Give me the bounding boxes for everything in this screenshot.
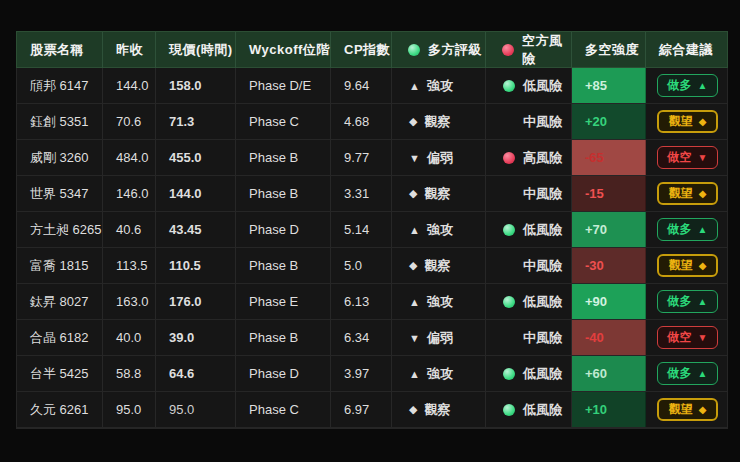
current-price-cell: 158.0 [156,68,236,103]
recommendation-button[interactable]: 觀望 ◆ [657,254,719,277]
prev-close-cell: 40.6 [103,212,156,247]
stock-name-cell: 久元 6261 [17,392,103,427]
header-bear-risk: 空方風險 [486,32,572,68]
rating-label: 強攻 [427,293,453,311]
bull-rating-cell: ▼ 偏弱 [392,320,486,355]
risk-label: 低風險 [523,221,562,239]
risk-label: 低風險 [523,293,562,311]
table-row[interactable]: 久元 6261 95.0 95.0 Phase C 6.97 ◆ 觀察 低風險 … [17,392,727,428]
risk-ball-icon [503,260,515,272]
header-stock-name: 股票名稱 [17,32,103,68]
rating-signal-icon: ▲ [409,296,420,308]
rating-label: 偏弱 [427,329,453,347]
bull-rating-cell: ▲ 強攻 [392,356,486,391]
rating-label: 觀察 [424,401,450,419]
cp-index-cell: 6.34 [331,320,392,355]
recommendation-button[interactable]: 觀望 ◆ [657,398,719,421]
current-price-cell: 64.6 [156,356,236,391]
rating-signal-icon: ▲ [409,224,420,236]
rating-signal-icon: ▲ [409,368,420,380]
wyckoff-phase-cell: Phase D [236,356,331,391]
recommendation-button[interactable]: 觀望 ◆ [657,182,719,205]
recommendation-label: 觀望 [669,113,693,130]
bull-rating-cell: ◆ 觀察 [392,176,486,211]
stock-name-cell: 威剛 3260 [17,140,103,175]
recommendation-signal-icon: ◆ [699,260,707,271]
recommendation-button[interactable]: 做空 ▼ [657,146,719,169]
recommendation-button[interactable]: 做多 ▲ [657,290,719,313]
recommendation-label: 觀望 [669,185,693,202]
strength-cell: -65 [572,140,646,175]
table-row[interactable]: 富喬 1815 113.5 110.5 Phase B 5.0 ◆ 觀察 中風險… [17,248,727,284]
bear-risk-cell: 中風險 [486,248,572,283]
wyckoff-phase-cell: Phase B [236,176,331,211]
current-price-cell: 176.0 [156,284,236,319]
recommendation-cell: 做空 ▼ [646,140,729,175]
risk-ball-icon [503,296,515,308]
stock-name-cell: 頎邦 6147 [17,68,103,103]
table-body: 頎邦 6147 144.0 158.0 Phase D/E 9.64 ▲ 強攻 … [16,68,728,429]
recommendation-signal-icon: ◆ [699,404,707,415]
rating-label: 觀察 [424,185,450,203]
strength-cell: +10 [572,392,646,427]
risk-label: 低風險 [523,401,562,419]
risk-ball-icon [503,80,515,92]
rating-signal-icon: ▼ [409,152,420,164]
header-strength: 多空強度 [572,32,646,68]
red-ball-icon [502,44,514,56]
header-bull-rating: 多方評級 [392,32,486,68]
table-row[interactable]: 世界 5347 146.0 144.0 Phase B 3.31 ◆ 觀察 中風… [17,176,727,212]
prev-close-cell: 146.0 [103,176,156,211]
bull-rating-cell: ▲ 強攻 [392,284,486,319]
recommendation-button[interactable]: 做空 ▼ [657,326,719,349]
bear-risk-cell: 低風險 [486,284,572,319]
risk-ball-icon [503,404,515,416]
recommendation-signal-icon: ◆ [699,188,707,199]
bull-rating-cell: ▼ 偏弱 [392,140,486,175]
bull-rating-cell: ▲ 強攻 [392,68,486,103]
wyckoff-phase-cell: Phase C [236,392,331,427]
table-row[interactable]: 台半 5425 58.8 64.6 Phase D 3.97 ▲ 強攻 低風險 … [17,356,727,392]
rating-label: 強攻 [427,365,453,383]
recommendation-button[interactable]: 做多 ▲ [657,218,719,241]
rating-signal-icon: ▲ [409,80,420,92]
current-price-cell: 71.3 [156,104,236,139]
recommendation-cell: 觀望 ◆ [646,392,729,427]
rating-label: 觀察 [424,257,450,275]
prev-close-cell: 95.0 [103,392,156,427]
recommendation-button[interactable]: 做多 ▲ [657,74,719,97]
recommendation-button[interactable]: 觀望 ◆ [657,110,719,133]
wyckoff-phase-cell: Phase B [236,140,331,175]
recommendation-cell: 做多 ▲ [646,212,729,247]
risk-label: 中風險 [523,329,562,347]
current-price-cell: 95.0 [156,392,236,427]
header-current-price: 現價(時間) [156,32,236,68]
stock-name-cell: 合晶 6182 [17,320,103,355]
bear-risk-cell: 低風險 [486,356,572,391]
prev-close-cell: 163.0 [103,284,156,319]
current-price-cell: 43.45 [156,212,236,247]
table-header: 股票名稱 昨收 現價(時間) Wyckoff位階 CP指數 多方評級 空方風險 … [16,31,728,68]
stock-name-cell: 富喬 1815 [17,248,103,283]
prev-close-cell: 40.0 [103,320,156,355]
table-row[interactable]: 鈦昇 8027 163.0 176.0 Phase E 6.13 ▲ 強攻 低風… [17,284,727,320]
recommendation-signal-icon: ▲ [698,296,708,307]
risk-ball-icon [503,368,515,380]
risk-label: 中風險 [523,113,562,131]
recommendation-cell: 觀望 ◆ [646,104,729,139]
risk-ball-icon [503,332,515,344]
recommendation-label: 做多 [668,77,692,94]
table-row[interactable]: 頎邦 6147 144.0 158.0 Phase D/E 9.64 ▲ 強攻 … [17,68,727,104]
rating-signal-icon: ▼ [409,332,420,344]
recommendation-button[interactable]: 做多 ▲ [657,362,719,385]
bear-risk-cell: 中風險 [486,176,572,211]
current-price-cell: 110.5 [156,248,236,283]
cp-index-cell: 9.77 [331,140,392,175]
table-row[interactable]: 方土昶 6265 40.6 43.45 Phase D 5.14 ▲ 強攻 低風… [17,212,727,248]
table-row[interactable]: 合晶 6182 40.0 39.0 Phase B 6.34 ▼ 偏弱 中風險 … [17,320,727,356]
table-row[interactable]: 鈺創 5351 70.6 71.3 Phase C 4.68 ◆ 觀察 中風險 … [17,104,727,140]
table-row[interactable]: 威剛 3260 484.0 455.0 Phase B 9.77 ▼ 偏弱 高風… [17,140,727,176]
recommendation-cell: 觀望 ◆ [646,248,729,283]
wyckoff-phase-cell: Phase D [236,212,331,247]
green-ball-icon [408,44,420,56]
